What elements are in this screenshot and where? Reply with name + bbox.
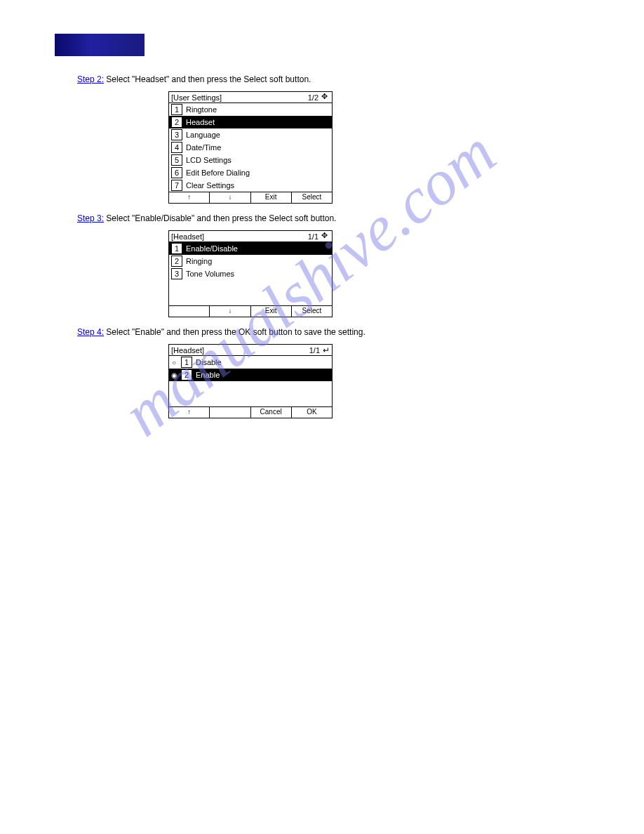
- lcd-title-bar: [Headset] 1/1: [169, 231, 332, 242]
- list-item[interactable]: 5 LCD Settings: [169, 154, 332, 166]
- step-2-text: Select "Headset" and then press the Sele…: [104, 74, 311, 84]
- softkey-down[interactable]: ↓: [210, 306, 250, 317]
- enter-icon: ↵: [323, 345, 330, 355]
- lcd-user-settings: [User Settings] 1/2 1 Ringtone 2 Headset…: [168, 91, 333, 204]
- list-item[interactable]: 3 Language: [169, 128, 332, 141]
- list-item[interactable]: 2 Ringing: [169, 255, 332, 267]
- lcd-title: [Headset]: [171, 232, 204, 241]
- softkey-exit[interactable]: Exit: [251, 306, 292, 317]
- list-item[interactable]: 4 Date/Time: [169, 141, 332, 154]
- lcd-headset-enable: [Headset] 1/1 ↵ ○ 1 Disable ◉ 2 Enable ↑…: [168, 344, 333, 418]
- softkey-blank[interactable]: [169, 306, 210, 317]
- item-number: 6: [171, 167, 182, 178]
- lcd-title-bar: [User Settings] 1/2: [169, 92, 332, 103]
- softkey-down[interactable]: ↓: [210, 192, 250, 203]
- page-content: Step 2: Select "Headset" and then press …: [77, 74, 554, 428]
- softkey-up[interactable]: ↑: [169, 407, 210, 418]
- softkey-exit[interactable]: Exit: [251, 192, 292, 203]
- item-label: Ringtone: [185, 103, 332, 116]
- step-4: Step 4: Select "Enable" and then press t…: [77, 327, 554, 337]
- step-4-text: Select "Enable" and then press the OK so…: [104, 327, 365, 337]
- item-label: Date/Time: [185, 141, 332, 154]
- item-number: 4: [171, 142, 182, 153]
- list-item[interactable]: 7 Clear Settings: [169, 179, 332, 192]
- item-label: LCD Settings: [185, 154, 332, 166]
- softkey-ok[interactable]: OK: [292, 407, 332, 418]
- item-number: 1: [171, 104, 182, 115]
- item-label: Clear Settings: [185, 179, 332, 192]
- softkey-row: ↑ ↓ Exit Select: [169, 192, 332, 203]
- softkey-blank[interactable]: [210, 407, 250, 418]
- item-label: Language: [185, 128, 332, 141]
- softkey-select[interactable]: Select: [292, 192, 332, 203]
- item-label: Ringing: [185, 255, 332, 267]
- lcd-page: 1/1: [308, 232, 318, 241]
- softkey-up[interactable]: ↑: [169, 192, 210, 203]
- brand-logo: [55, 34, 145, 56]
- list-item[interactable]: ○ 1 Disable: [169, 356, 332, 369]
- item-label: Tone Volumes: [185, 267, 332, 280]
- list-item[interactable]: 1 Enable/Disable: [169, 242, 332, 255]
- item-number: 2: [171, 256, 182, 267]
- lcd-headset-menu: [Headset] 1/1 1 Enable/Disable 2 Ringing…: [168, 230, 333, 317]
- item-number: 2: [181, 369, 192, 380]
- softkey-cancel[interactable]: Cancel: [251, 407, 292, 418]
- item-label: Disable: [194, 356, 332, 369]
- list-item[interactable]: ◉ 2 Enable: [169, 369, 332, 381]
- step-2-label: Step 2:: [77, 74, 104, 84]
- item-label: Headset: [185, 116, 332, 128]
- lcd-title-bar: [Headset] 1/1 ↵: [169, 345, 332, 356]
- item-label: Enable: [194, 369, 332, 381]
- item-label: Enable/Disable: [185, 242, 332, 255]
- lcd-title: [User Settings]: [171, 93, 222, 102]
- lcd-page: 1/1: [309, 346, 320, 355]
- nav-icon: [321, 93, 330, 102]
- item-number: 2: [171, 117, 182, 128]
- item-number: 7: [171, 180, 182, 191]
- lcd-page: 1/2: [308, 93, 318, 102]
- item-number: 1: [171, 243, 182, 254]
- step-2: Step 2: Select "Headset" and then press …: [77, 74, 554, 84]
- list-item[interactable]: 3 Tone Volumes: [169, 267, 332, 280]
- list-item[interactable]: 1 Ringtone: [169, 103, 332, 116]
- item-number: 5: [171, 154, 182, 166]
- spacer: [169, 381, 332, 406]
- list-item[interactable]: 6 Edit Before Dialing: [169, 166, 332, 179]
- item-label: Edit Before Dialing: [185, 166, 332, 179]
- nav-icon: [321, 232, 330, 241]
- step-3: Step 3: Select "Enable/Disable" and then…: [77, 213, 554, 223]
- step-3-text: Select "Enable/Disable" and then press t…: [104, 213, 336, 223]
- softkey-row: ↑ Cancel OK: [169, 406, 332, 418]
- item-number: 3: [171, 129, 182, 140]
- step-4-label: Step 4:: [77, 327, 104, 337]
- item-number: 1: [181, 357, 192, 368]
- softkey-select[interactable]: Select: [292, 306, 332, 317]
- lcd-title: [Headset]: [171, 346, 204, 355]
- step-3-label: Step 3:: [77, 213, 104, 223]
- softkey-row: ↓ Exit Select: [169, 305, 332, 317]
- radio-checked-icon: ◉: [169, 369, 179, 381]
- list-item[interactable]: 2 Headset: [169, 116, 332, 128]
- spacer: [169, 280, 332, 305]
- item-number: 3: [171, 268, 182, 279]
- radio-unchecked-icon: ○: [169, 356, 179, 369]
